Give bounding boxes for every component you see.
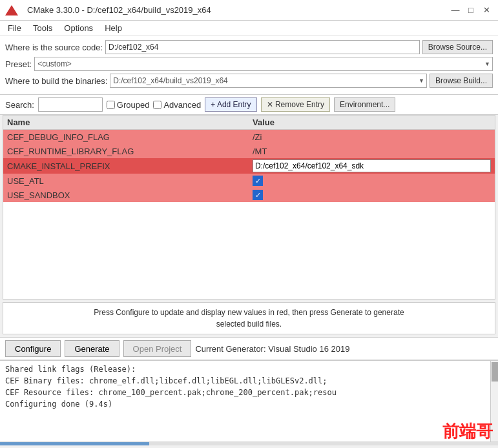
- table-header: Name Value: [3, 116, 495, 130]
- build-row: Where to build the binaries: D:/cef102_x…: [5, 74, 493, 88]
- browse-build-button[interactable]: Browse Build...: [430, 74, 493, 88]
- preset-row: Preset: <custom>: [5, 57, 493, 71]
- table-row[interactable]: USE_SANDBOX ✓: [3, 188, 495, 202]
- toolbar: Search: Grouped Advanced + Add Entry ✕ R…: [0, 95, 498, 115]
- window-title: CMake 3.30.0 - D:/cef102_x64/build_vs201…: [27, 5, 211, 15]
- preset-select-wrapper: <custom>: [34, 57, 493, 71]
- source-label: Where is the source code:: [5, 43, 103, 52]
- search-label: Search:: [5, 100, 34, 110]
- source-row: Where is the source code: Browse Source.…: [5, 40, 493, 54]
- grouped-label: Grouped: [117, 100, 150, 110]
- maximize-button[interactable]: □: [464, 4, 477, 17]
- table-row[interactable]: CMAKE_INSTALL_PREFIX: [3, 158, 495, 174]
- window-controls: — □ ✕: [449, 4, 493, 17]
- log-line-3: Configuring done (9.4s): [5, 398, 493, 410]
- row-value-input-2[interactable]: [253, 159, 491, 172]
- add-entry-button[interactable]: + Add Entry: [205, 97, 256, 112]
- menu-bar: File Tools Options Help: [0, 21, 498, 36]
- title-bar: CMake 3.30.0 - D:/cef102_x64/build_vs201…: [0, 0, 498, 21]
- log-scrollbar-thumb[interactable]: [492, 362, 498, 382]
- source-input[interactable]: [105, 40, 420, 54]
- row-name-0: CEF_DEBUG_INFO_FLAG: [7, 132, 253, 142]
- remove-entry-button[interactable]: ✕ Remove Entry: [261, 97, 330, 112]
- advanced-checkbox-label[interactable]: Advanced: [153, 100, 201, 110]
- progress-fill: [0, 442, 149, 445]
- menu-help[interactable]: Help: [99, 22, 127, 34]
- log-area: Shared link flags (Release): CEF Binary …: [0, 360, 498, 442]
- preset-select[interactable]: <custom>: [34, 57, 493, 71]
- generator-label: Current Generator: Visual Studio 16 2019: [195, 344, 349, 354]
- status-line-1: Press Configure to update and display ne…: [94, 308, 404, 317]
- row-name-1: CEF_RUNTIME_LIBRARY_FLAG: [7, 147, 253, 156]
- log-line-1: CEF Binary files: chrome_elf.dll;libcef.…: [5, 375, 493, 387]
- minimize-button[interactable]: —: [449, 4, 462, 17]
- table-body: CEF_DEBUG_INFO_FLAG /Zi CEF_RUNTIME_LIBR…: [3, 130, 495, 299]
- row-value-1: /MT: [253, 147, 491, 156]
- checkbox-checked-3[interactable]: ✓: [253, 176, 263, 186]
- environment-button[interactable]: Environment...: [334, 97, 395, 112]
- row-value-4: ✓: [253, 190, 491, 201]
- build-select[interactable]: D:/cef102_x64/build_vs2019_x64: [110, 74, 427, 88]
- search-input[interactable]: [38, 97, 103, 112]
- progress-bar: [0, 442, 498, 445]
- variables-table: Name Value CEF_DEBUG_INFO_FLAG /Zi CEF_R…: [3, 115, 495, 300]
- status-line-2: selected build files.: [216, 320, 282, 329]
- watermark: 前端哥: [442, 420, 493, 443]
- generate-button[interactable]: Generate: [65, 340, 119, 357]
- browse-source-button[interactable]: Browse Source...: [422, 40, 493, 54]
- table-row[interactable]: CEF_RUNTIME_LIBRARY_FLAG /MT: [3, 144, 495, 158]
- row-name-3: USE_ATL: [7, 176, 253, 186]
- grouped-checkbox-label[interactable]: Grouped: [107, 100, 150, 110]
- header-name: Name: [7, 117, 253, 127]
- bottom-bar: Configure Generate Open Project Current …: [0, 337, 498, 360]
- table-row[interactable]: USE_ATL ✓: [3, 174, 495, 188]
- menu-tools[interactable]: Tools: [28, 22, 57, 34]
- status-message: Press Configure to update and display ne…: [3, 302, 495, 334]
- row-name-2: CMAKE_INSTALL_PREFIX: [7, 161, 253, 171]
- build-label: Where to build the binaries:: [5, 76, 107, 86]
- configure-button[interactable]: Configure: [5, 340, 61, 357]
- table-row[interactable]: CEF_DEBUG_INFO_FLAG /Zi: [3, 130, 495, 144]
- preset-label: Preset:: [5, 59, 32, 69]
- open-project-button[interactable]: Open Project: [123, 340, 192, 357]
- empty-space: [3, 202, 495, 299]
- header-value: Value: [253, 117, 491, 127]
- form-area: Where is the source code: Browse Source.…: [0, 36, 498, 95]
- advanced-label: Advanced: [163, 100, 201, 110]
- log-line-0: Shared link flags (Release):: [5, 363, 493, 375]
- row-value-3: ✓: [253, 176, 491, 187]
- log-line-2: CEF Resource files: chrome_100_percent.p…: [5, 387, 493, 398]
- menu-options[interactable]: Options: [59, 22, 98, 34]
- app-icon: [5, 5, 18, 15]
- close-button[interactable]: ✕: [480, 4, 493, 17]
- row-value-0: /Zi: [253, 132, 491, 142]
- advanced-checkbox[interactable]: [153, 101, 161, 109]
- grouped-checkbox[interactable]: [107, 101, 115, 109]
- build-select-wrapper: D:/cef102_x64/build_vs2019_x64: [110, 74, 427, 88]
- menu-file[interactable]: File: [3, 22, 26, 34]
- row-name-4: USE_SANDBOX: [7, 190, 253, 200]
- checkbox-checked-4[interactable]: ✓: [253, 190, 263, 200]
